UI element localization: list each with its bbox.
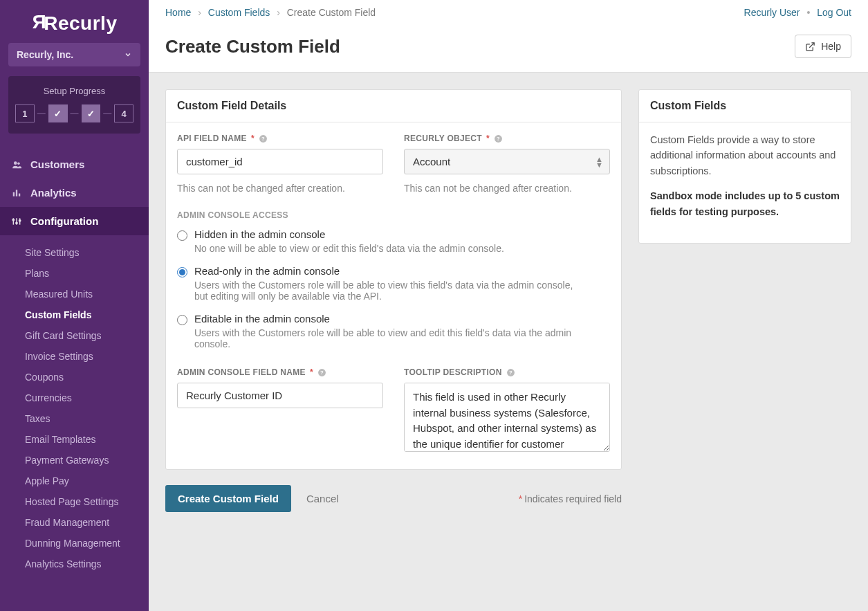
- help-button[interactable]: Help: [795, 35, 851, 58]
- custom-field-form-card: Custom Field Details API FIELD NAME* ?: [165, 89, 622, 470]
- svg-rect-3: [16, 190, 17, 196]
- brand-logo: RRecurly: [0, 8, 149, 43]
- tooltip-desc-textarea[interactable]: [404, 383, 610, 452]
- setup-step-4[interactable]: 4: [114, 104, 133, 122]
- setup-progress-panel: Setup Progress 1 — ✓ — ✓ — 4: [8, 76, 140, 134]
- help-icon[interactable]: ?: [494, 134, 503, 143]
- sliders-icon: [11, 217, 22, 226]
- sidebar-item-label: Customers: [30, 158, 84, 170]
- breadcrumb-current: Create Custom Field: [287, 7, 376, 18]
- chart-icon: [11, 188, 22, 198]
- info-paragraph: Custom Fields provide a way to store add…: [650, 132, 840, 179]
- subnav-item[interactable]: Analytics Settings: [25, 554, 149, 574]
- topbar: Home › Custom Fields › Create Custom Fie…: [149, 0, 868, 73]
- subnav-item[interactable]: Apple Pay: [25, 471, 149, 491]
- svg-point-0: [14, 161, 17, 165]
- help-icon[interactable]: ?: [317, 368, 326, 377]
- subnav-item[interactable]: Hosted Page Settings: [25, 491, 149, 512]
- api-field-hint: This can not be changed after creation.: [177, 183, 383, 194]
- subnav-item[interactable]: Gift Card Settings: [25, 325, 149, 346]
- external-link-icon: [805, 42, 815, 52]
- console-name-input[interactable]: [177, 383, 383, 408]
- svg-point-9: [16, 222, 17, 224]
- admin-access-radio-option[interactable]: Hidden in the admin consoleNo one will b…: [177, 228, 610, 254]
- user-link[interactable]: Recurly User: [744, 7, 800, 18]
- sidebar-item-analytics[interactable]: Analytics: [0, 179, 149, 207]
- setup-step-1[interactable]: 1: [15, 104, 35, 122]
- svg-line-11: [809, 42, 814, 47]
- radio-description: Users with the Customers role will be ab…: [194, 327, 582, 349]
- sidebar-item-configuration[interactable]: Configuration: [0, 207, 149, 235]
- admin-access-radio-option[interactable]: Editable in the admin consoleUsers with …: [177, 313, 610, 349]
- subnav-item[interactable]: Fraud Management: [25, 512, 149, 533]
- page-title: Create Custom Field: [165, 36, 340, 57]
- form-actions: Create Custom Field Cancel *Indicates re…: [165, 470, 622, 527]
- admin-access-radio-option[interactable]: Read-only in the admin consoleUsers with…: [177, 265, 610, 302]
- info-card: Custom Fields Custom Fields provide a wa…: [638, 89, 851, 244]
- sidebar-item-customers[interactable]: Customers: [0, 150, 149, 179]
- radio-title: Editable in the admin console: [194, 313, 582, 325]
- subnav-item[interactable]: Invoice Settings: [25, 346, 149, 367]
- console-name-label: ADMIN CONSOLE FIELD NAME* ?: [177, 367, 383, 377]
- svg-rect-4: [19, 193, 20, 196]
- users-icon: [11, 160, 22, 170]
- org-switcher[interactable]: Recurly, Inc.: [8, 43, 140, 66]
- admin-access-label: ADMIN CONSOLE ACCESS: [177, 210, 610, 220]
- radio-input[interactable]: [177, 230, 187, 241]
- chevron-down-icon: [124, 51, 132, 59]
- subnav-item[interactable]: Taxes: [25, 408, 149, 429]
- radio-input[interactable]: [177, 267, 187, 277]
- svg-rect-2: [13, 192, 15, 196]
- recurly-object-select[interactable]: Account: [404, 149, 610, 174]
- setup-step-2[interactable]: ✓: [48, 104, 68, 122]
- cancel-link[interactable]: Cancel: [306, 493, 339, 504]
- radio-description: Users with the Customers role will be ab…: [194, 280, 582, 302]
- api-field-name-input[interactable]: [177, 149, 383, 174]
- subnav-item[interactable]: Site Settings: [25, 242, 149, 263]
- logout-link[interactable]: Log Out: [817, 7, 851, 18]
- help-icon[interactable]: ?: [506, 368, 515, 377]
- breadcrumb-parent[interactable]: Custom Fields: [208, 7, 270, 18]
- radio-title: Hidden in the admin console: [194, 228, 504, 240]
- svg-point-10: [19, 219, 21, 221]
- create-custom-field-button[interactable]: Create Custom Field: [165, 485, 291, 512]
- radio-title: Read-only in the admin console: [194, 265, 582, 277]
- sidebar-item-label: Configuration: [30, 215, 98, 227]
- svg-point-1: [17, 162, 20, 165]
- subnav-item[interactable]: Plans: [25, 263, 149, 284]
- subnav-item[interactable]: Coupons: [25, 367, 149, 387]
- main: Home › Custom Fields › Create Custom Fie…: [149, 0, 868, 611]
- subnav-item[interactable]: Custom Fields: [25, 304, 149, 325]
- setup-step-3[interactable]: ✓: [82, 104, 101, 122]
- breadcrumb-home[interactable]: Home: [165, 7, 191, 18]
- user-links: Recurly User • Log Out: [744, 7, 851, 18]
- help-icon[interactable]: ?: [259, 134, 268, 143]
- subnav-item[interactable]: Currencies: [25, 387, 149, 408]
- radio-description: No one will be able to view or edit this…: [194, 243, 504, 254]
- subnav-item[interactable]: Email Templates: [25, 429, 149, 450]
- admin-access-radio-group: Hidden in the admin consoleNo one will b…: [177, 228, 610, 349]
- recurly-object-hint: This can not be changed after creation.: [404, 183, 610, 194]
- breadcrumb: Home › Custom Fields › Create Custom Fie…: [165, 7, 376, 18]
- sidebar: RRecurly Recurly, Inc. Setup Progress 1 …: [0, 0, 149, 611]
- radio-input[interactable]: [177, 315, 187, 325]
- svg-text:?: ?: [261, 136, 265, 142]
- api-field-name-label: API FIELD NAME* ?: [177, 134, 383, 143]
- sidebar-item-label: Analytics: [30, 187, 77, 199]
- info-card-title: Custom Fields: [639, 90, 851, 122]
- svg-text:?: ?: [320, 370, 324, 376]
- recurly-object-label: RECURLY OBJECT* ?: [404, 134, 610, 143]
- help-button-label: Help: [821, 41, 841, 52]
- tooltip-desc-label: TOOLTIP DESCRIPTION ?: [404, 367, 610, 377]
- subnav-item[interactable]: Payment Gateways: [25, 450, 149, 471]
- required-indicator-note: *Indicates required field: [519, 493, 622, 504]
- config-subnav: Site SettingsPlansMeasured UnitsCustom F…: [0, 235, 149, 574]
- svg-text:?: ?: [497, 136, 500, 142]
- subnav-item[interactable]: Dunning Management: [25, 533, 149, 554]
- org-name: Recurly, Inc.: [17, 49, 73, 60]
- subnav-item[interactable]: Measured Units: [25, 284, 149, 304]
- info-paragraph: Sandbox mode includes up to 5 custom fie…: [650, 188, 840, 219]
- svg-point-8: [12, 219, 14, 220]
- setup-progress-title: Setup Progress: [15, 86, 133, 96]
- card-title: Custom Field Details: [166, 90, 621, 122]
